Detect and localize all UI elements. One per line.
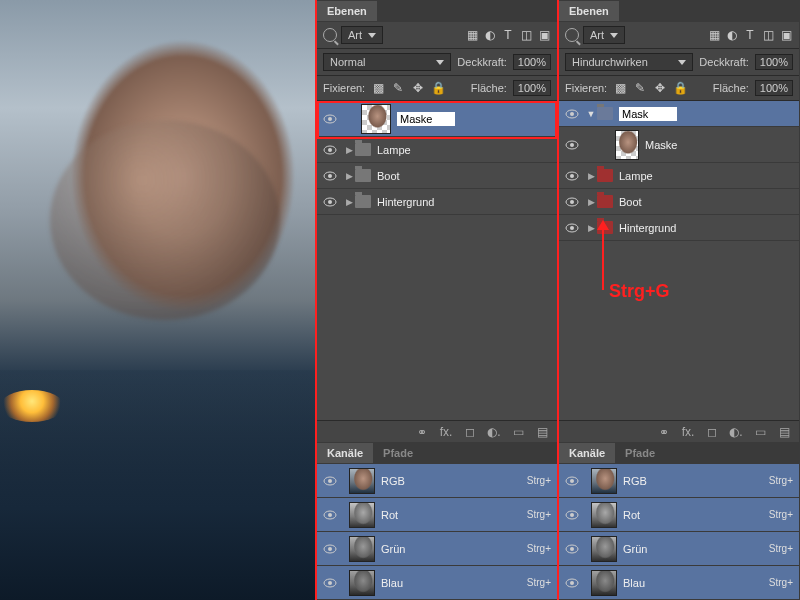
boat-glow	[0, 390, 64, 422]
expand-icon[interactable]: ▶	[585, 171, 597, 181]
adjustment-filter-icon[interactable]: ◐	[483, 28, 497, 42]
filter-type-dropdown[interactable]: Art	[583, 26, 625, 44]
fill-value[interactable]: 100%	[513, 80, 551, 96]
search-icon[interactable]	[565, 28, 579, 42]
new-layer-icon[interactable]: ▤	[777, 425, 791, 439]
lock-position-icon[interactable]: ✥	[653, 81, 667, 95]
visibility-toggle[interactable]	[317, 510, 343, 520]
visibility-toggle[interactable]	[559, 109, 585, 119]
folder-icon	[355, 195, 371, 208]
link-icon[interactable]: ⚭	[415, 425, 429, 439]
link-icon[interactable]: ⚭	[657, 425, 671, 439]
expand-icon[interactable]: ▶	[585, 197, 597, 207]
expand-icon[interactable]: ▶	[343, 197, 355, 207]
channel-blau[interactable]: BlauStrg+	[317, 566, 557, 600]
lock-transparent-icon[interactable]: ▩	[371, 81, 385, 95]
visibility-toggle[interactable]	[317, 578, 343, 588]
filter-type-dropdown[interactable]: Art	[341, 26, 383, 44]
group-icon[interactable]: ▭	[511, 425, 525, 439]
layer-maske[interactable]: Maske	[317, 101, 557, 137]
layer-lampe[interactable]: ▶ Lampe	[317, 137, 557, 163]
folder-icon	[355, 169, 371, 182]
channel-rgb[interactable]: RGBStrg+	[317, 464, 557, 498]
adjustment-icon[interactable]: ◐.	[487, 425, 501, 439]
visibility-toggle[interactable]	[317, 544, 343, 554]
tab-kanaele[interactable]: Kanäle	[317, 443, 373, 463]
visibility-toggle[interactable]	[559, 223, 585, 233]
layer-boot[interactable]: ▶ Boot	[317, 163, 557, 189]
channel-shortcut: Strg+	[517, 543, 557, 554]
type-filter-icon[interactable]: T	[501, 28, 515, 42]
channel-rot[interactable]: RotStrg+	[559, 498, 799, 532]
lock-all-icon[interactable]: 🔒	[673, 81, 687, 95]
svg-point-27	[570, 479, 574, 483]
channel-blau[interactable]: BlauStrg+	[559, 566, 799, 600]
type-filter-icon[interactable]: T	[743, 28, 757, 42]
layer-thumbnail[interactable]	[615, 130, 639, 160]
channel-name: Grün	[623, 543, 647, 555]
channel-rgb[interactable]: RGBStrg+	[559, 464, 799, 498]
layer-maske-child[interactable]: Maske	[559, 127, 799, 163]
channel-rot[interactable]: RotStrg+	[317, 498, 557, 532]
tab-pfade[interactable]: Pfade	[373, 443, 423, 463]
mask-icon[interactable]: ◻	[705, 425, 719, 439]
lock-pixels-icon[interactable]: ✎	[391, 81, 405, 95]
expand-icon[interactable]: ▶	[585, 223, 597, 233]
lock-position-icon[interactable]: ✥	[411, 81, 425, 95]
visibility-toggle[interactable]	[559, 197, 585, 207]
channel-name: RGB	[623, 475, 647, 487]
smart-filter-icon[interactable]: ▣	[779, 28, 793, 42]
group-icon[interactable]: ▭	[753, 425, 767, 439]
shape-filter-icon[interactable]: ◫	[519, 28, 533, 42]
blend-mode-dropdown[interactable]: Normal	[323, 53, 451, 71]
pixel-filter-icon[interactable]: ▦	[465, 28, 479, 42]
layer-boot[interactable]: ▶ Boot	[559, 189, 799, 215]
new-layer-icon[interactable]: ▤	[535, 425, 549, 439]
visibility-toggle[interactable]	[317, 114, 343, 124]
opacity-value[interactable]: 100%	[755, 54, 793, 70]
search-icon[interactable]	[323, 28, 337, 42]
expand-icon[interactable]: ▶	[343, 145, 355, 155]
channels-tabs: Kanäle Pfade	[317, 442, 557, 464]
mask-icon[interactable]: ◻	[463, 425, 477, 439]
tab-pfade[interactable]: Pfade	[615, 443, 665, 463]
pixel-filter-icon[interactable]: ▦	[707, 28, 721, 42]
tab-ebenen[interactable]: Ebenen	[559, 1, 619, 21]
visibility-toggle[interactable]	[559, 476, 585, 486]
visibility-toggle[interactable]	[559, 544, 585, 554]
layer-group-mask[interactable]: ▼ Mask	[559, 101, 799, 127]
layer-lampe[interactable]: ▶ Lampe	[559, 163, 799, 189]
fx-icon[interactable]: fx.	[439, 425, 453, 439]
layer-hintergrund[interactable]: ▶ Hintergrund	[317, 189, 557, 215]
visibility-toggle[interactable]	[559, 171, 585, 181]
expand-icon[interactable]: ▶	[343, 171, 355, 181]
layer-name-input[interactable]: Maske	[397, 112, 455, 126]
lock-all-icon[interactable]: 🔒	[431, 81, 445, 95]
visibility-toggle[interactable]	[317, 197, 343, 207]
tab-kanaele[interactable]: Kanäle	[559, 443, 615, 463]
fx-icon[interactable]: fx.	[681, 425, 695, 439]
visibility-toggle[interactable]	[559, 510, 585, 520]
visibility-toggle[interactable]	[317, 171, 343, 181]
channel-gruen[interactable]: GrünStrg+	[559, 532, 799, 566]
visibility-toggle[interactable]	[559, 578, 585, 588]
adjustment-icon[interactable]: ◐.	[729, 425, 743, 439]
layer-hintergrund[interactable]: ▶ Hintergrund	[559, 215, 799, 241]
channel-shortcut: Strg+	[517, 509, 557, 520]
shape-filter-icon[interactable]: ◫	[761, 28, 775, 42]
tab-ebenen[interactable]: Ebenen	[317, 1, 377, 21]
opacity-value[interactable]: 100%	[513, 54, 551, 70]
visibility-toggle[interactable]	[317, 476, 343, 486]
fill-value[interactable]: 100%	[755, 80, 793, 96]
adjustment-filter-icon[interactable]: ◐	[725, 28, 739, 42]
smart-filter-icon[interactable]: ▣	[537, 28, 551, 42]
channel-gruen[interactable]: GrünStrg+	[317, 532, 557, 566]
lock-transparent-icon[interactable]: ▩	[613, 81, 627, 95]
collapse-icon[interactable]: ▼	[585, 109, 597, 119]
lock-pixels-icon[interactable]: ✎	[633, 81, 647, 95]
visibility-toggle[interactable]	[559, 140, 585, 150]
blend-mode-dropdown[interactable]: Hindurchwirken	[565, 53, 693, 71]
group-name-input[interactable]: Mask	[619, 107, 677, 121]
layer-thumbnail[interactable]	[361, 104, 391, 134]
visibility-toggle[interactable]	[317, 145, 343, 155]
